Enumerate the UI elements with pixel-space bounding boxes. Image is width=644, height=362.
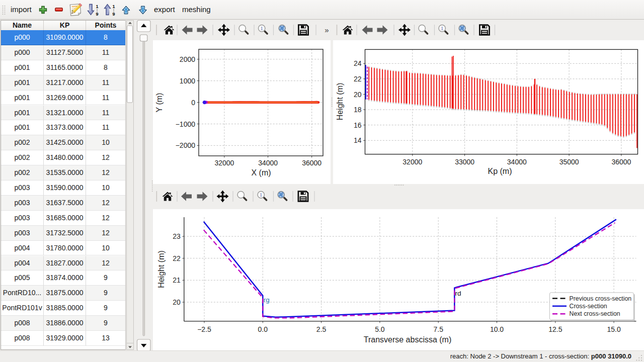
svg-text:20: 20 (354, 90, 362, 99)
svg-text:12.5: 12.5 (548, 325, 562, 333)
svg-text:22: 22 (354, 75, 362, 83)
svg-text:2000: 2000 (180, 55, 195, 63)
svg-text:−1000: −1000 (176, 120, 196, 128)
svg-text:Cross-section: Cross-section (570, 303, 607, 310)
svg-text:1: 1 (260, 26, 263, 31)
svg-text:33000: 33000 (455, 158, 474, 166)
svg-text:1: 1 (112, 4, 115, 9)
svg-text:X (m): X (m) (251, 168, 271, 177)
svg-text:32000: 32000 (403, 158, 422, 166)
svg-text:Next cross-section: Next cross-section (570, 310, 620, 317)
svg-text:»: » (325, 26, 329, 34)
svg-text:23: 23 (173, 232, 181, 240)
svg-text:rg: rg (264, 296, 270, 303)
svg-text:24: 24 (354, 59, 362, 67)
svg-text:0.0: 0.0 (258, 325, 268, 333)
svg-text:36000: 36000 (611, 158, 631, 166)
svg-text:1000: 1000 (180, 77, 195, 85)
svg-text:36000: 36000 (302, 159, 321, 167)
svg-text:7.5: 7.5 (433, 325, 443, 333)
svg-text:15.0: 15.0 (607, 325, 620, 333)
svg-text:5.0: 5.0 (375, 325, 385, 333)
svg-text:−2000: −2000 (176, 141, 196, 149)
svg-text:22: 22 (173, 254, 181, 262)
svg-text:Previous cross-section: Previous cross-section (570, 295, 632, 302)
svg-text:20: 20 (173, 298, 181, 306)
svg-text:−2.5: −2.5 (197, 325, 211, 333)
svg-text:14: 14 (354, 136, 362, 144)
svg-text:1: 1 (260, 192, 262, 198)
svg-text:1: 1 (441, 26, 443, 31)
svg-text:rd: rd (455, 290, 461, 297)
svg-text:18: 18 (354, 106, 362, 114)
svg-text:Transverse abscissa (m): Transverse abscissa (m) (364, 335, 452, 344)
svg-text:10.0: 10.0 (490, 325, 504, 333)
svg-text:Y (m): Y (m) (155, 93, 164, 113)
svg-text:2.5: 2.5 (316, 325, 327, 333)
svg-text:Kp (m): Kp (m) (488, 167, 512, 175)
svg-text:16: 16 (354, 121, 362, 129)
svg-text:9: 9 (96, 12, 98, 17)
svg-text:21: 21 (173, 276, 181, 284)
svg-text:32000: 32000 (214, 159, 234, 167)
svg-text:Height (m): Height (m) (336, 83, 344, 121)
svg-text:0: 0 (191, 99, 195, 107)
svg-text:34000: 34000 (507, 158, 527, 166)
svg-text:Height (m): Height (m) (157, 250, 166, 288)
svg-text:35000: 35000 (559, 158, 579, 166)
svg-text:9: 9 (112, 12, 115, 17)
svg-text:1: 1 (96, 4, 98, 9)
svg-text:34000: 34000 (258, 159, 278, 167)
